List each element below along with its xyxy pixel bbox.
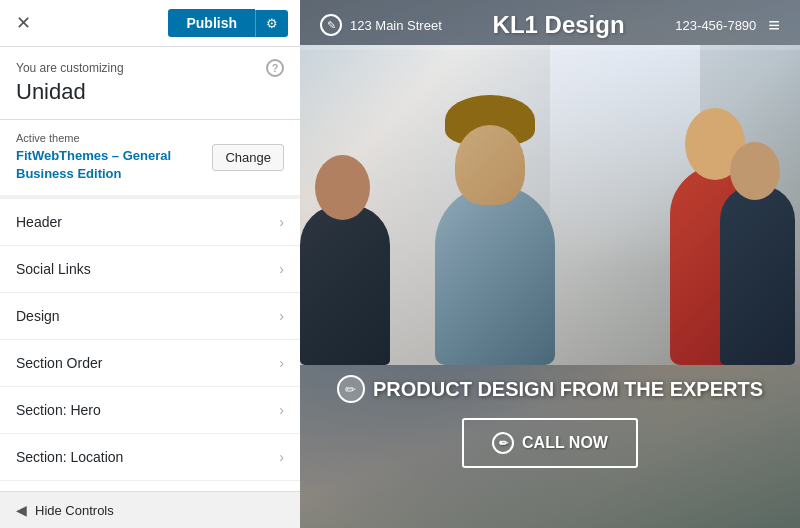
preview-right-info: 123-456-7890 ≡	[675, 14, 780, 37]
nav-item-header[interactable]: Header ›	[0, 199, 300, 246]
nav-item-design-label: Design	[16, 308, 60, 324]
nav-item-section-order-label: Section Order	[16, 355, 102, 371]
hide-controls-icon: ◀	[16, 502, 27, 518]
customizing-label: You are customizing ?	[16, 59, 284, 77]
theme-info: Active theme FitWebThemes – General Busi…	[16, 132, 212, 183]
theme-name: FitWebThemes – General Business Edition	[16, 147, 212, 183]
nav-items-list: Header › Social Links › Design › Section…	[0, 199, 300, 491]
site-name: Unidad	[16, 79, 284, 105]
chevron-right-icon: ›	[279, 214, 284, 230]
preview-phone: 123-456-7890	[675, 18, 756, 33]
preview-site: ✎ 123 Main Street KL1 Design 123-456-789…	[300, 0, 800, 528]
cta-button[interactable]: ✏ CALL NOW	[462, 418, 638, 468]
change-theme-button[interactable]: Change	[212, 144, 284, 171]
location-icon: ✎	[320, 14, 342, 36]
publish-group: Publish ⚙	[168, 9, 288, 37]
nav-item-section-location-label: Section: Location	[16, 449, 123, 465]
nav-item-header-label: Header	[16, 214, 62, 230]
office-scene	[300, 45, 800, 365]
preview-site-title: KL1 Design	[442, 11, 676, 39]
top-bar: ✕ Publish ⚙	[0, 0, 300, 47]
customizing-section: You are customizing ? Unidad	[0, 47, 300, 120]
nav-item-section-order[interactable]: Section Order ›	[0, 340, 300, 387]
close-button[interactable]: ✕	[12, 8, 35, 38]
hide-controls-bar[interactable]: ◀ Hide Controls	[0, 491, 300, 528]
customizing-prefix: You are customizing	[16, 61, 124, 75]
hide-controls-label: Hide Controls	[35, 503, 114, 518]
preview-address: 123 Main Street	[350, 18, 442, 33]
figure-left-head	[315, 155, 370, 220]
chevron-right-icon: ›	[279, 402, 284, 418]
customizer-panel: ✕ Publish ⚙ You are customizing ? Unidad…	[0, 0, 300, 528]
hero-title-group: ✏ PRODUCT DESIGN FROM THE EXPERTS	[320, 375, 780, 403]
preview-menu-icon: ≡	[768, 14, 780, 37]
nav-item-section-location[interactable]: Section: Location ›	[0, 434, 300, 481]
hero-edit-icon: ✏	[337, 375, 365, 403]
figure-left	[300, 145, 400, 365]
preview-hero: ✏ PRODUCT DESIGN FROM THE EXPERTS ✏ CALL…	[300, 375, 800, 468]
settings-button[interactable]: ⚙	[255, 10, 288, 37]
figure-far-right-head	[730, 142, 780, 200]
scene-background	[300, 45, 800, 365]
chevron-right-icon: ›	[279, 308, 284, 324]
nav-item-section-hero[interactable]: Section: Hero ›	[0, 387, 300, 434]
cta-edit-icon: ✏	[492, 432, 514, 454]
chevron-right-icon: ›	[279, 449, 284, 465]
figure-main-body	[435, 185, 555, 365]
nav-item-social-links[interactable]: Social Links ›	[0, 246, 300, 293]
figure-main	[425, 105, 565, 365]
figure-far-right-body	[720, 185, 795, 365]
chevron-right-icon: ›	[279, 261, 284, 277]
preview-header: ✎ 123 Main Street KL1 Design 123-456-789…	[300, 0, 800, 50]
nav-item-social-links-label: Social Links	[16, 261, 91, 277]
help-icon[interactable]: ?	[266, 59, 284, 77]
nav-item-section-hero-label: Section: Hero	[16, 402, 101, 418]
figure-left-body	[300, 205, 390, 365]
chevron-right-icon: ›	[279, 355, 284, 371]
figure-main-head	[455, 125, 525, 205]
theme-section: Active theme FitWebThemes – General Busi…	[0, 120, 300, 199]
cta-label: CALL NOW	[522, 434, 608, 452]
hero-title-text: PRODUCT DESIGN FROM THE EXPERTS	[373, 377, 763, 401]
preview-panel: ✎ 123 Main Street KL1 Design 123-456-789…	[300, 0, 800, 528]
nav-item-design[interactable]: Design ›	[0, 293, 300, 340]
publish-button[interactable]: Publish	[168, 9, 255, 37]
silhouette-container	[300, 45, 800, 365]
theme-label: Active theme	[16, 132, 212, 144]
preview-address-group: ✎ 123 Main Street	[320, 14, 442, 36]
figure-far-right	[720, 165, 800, 365]
